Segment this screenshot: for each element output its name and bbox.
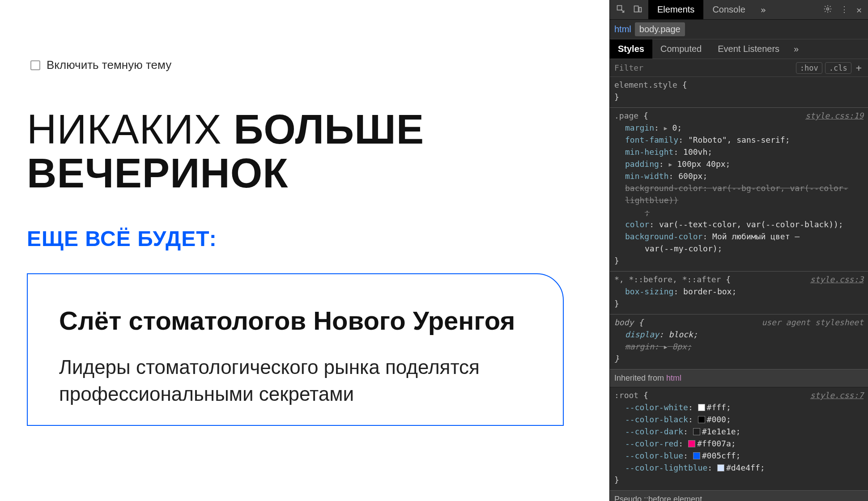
devtools-toolbar: Elements Console » ⋮ ✕ [610,0,868,20]
css-declaration[interactable]: background-color: Мой любимый цвет –var(… [625,230,864,255]
rule-element-style[interactable]: element.style { } [610,77,868,107]
rule-root[interactable]: :root { style.css:7 --color-white: #fff;… [610,387,868,490]
rendered-page: Включить темную тему НИКАКИХ БОЛЬШЕ ВЕЧЕ… [0,0,609,501]
crumb-body[interactable]: body.page [635,22,685,36]
new-style-rule-button[interactable]: + [851,62,864,73]
source-link[interactable]: style.css:7 [810,389,864,401]
source-link[interactable]: style.css:3 [810,273,864,285]
tab-elements[interactable]: Elements [648,0,703,19]
dom-breadcrumbs: html body.page [610,20,868,39]
subtab-styles[interactable]: Styles [610,39,652,59]
source-link[interactable]: style.css:19 [805,110,864,122]
css-custom-property[interactable]: --color-red: #ff007a; [625,437,864,450]
css-custom-property[interactable]: --color-white: #fff; [625,401,864,413]
css-declaration[interactable]: color: var(--text-color, var(--color-bla… [625,218,864,230]
card-body: Лидеры стоматологического рынка поделятс… [59,354,532,407]
tabs-overflow-icon[interactable]: » [754,4,772,15]
close-icon[interactable]: ✕ [856,4,862,15]
styles-pane[interactable]: element.style { } .page { style.css:19 m… [610,77,868,501]
css-custom-property[interactable]: --color-blue: #005cff; [625,450,864,462]
card-title: Слёт стоматологов Нового Уренгоя [59,306,532,336]
event-card: Слёт стоматологов Нового Уренгоя Лидеры … [27,273,564,426]
css-declaration[interactable]: font-family: "Roboto", sans-serif; [625,134,864,146]
device-toggle-icon[interactable] [633,4,642,15]
subtab-event-listeners[interactable]: Event Listeners [710,39,787,59]
kebab-menu-icon[interactable]: ⋮ [840,4,848,15]
dark-theme-checkbox[interactable] [30,60,40,70]
svg-rect-1 [634,6,638,12]
svg-rect-2 [639,7,641,12]
styles-filter-input[interactable]: Filter [614,63,793,72]
css-declaration[interactable]: padding: ▶ 100px 40px; [625,158,864,170]
styles-filter-row: Filter :hov .cls + [610,59,868,77]
css-declaration[interactable]: margin: ▶ 0; [625,122,864,134]
css-declaration[interactable]: min-height: 100vh; [625,146,864,158]
dark-theme-toggle[interactable]: Включить темную тему [30,58,583,72]
hov-toggle[interactable]: :hov [796,62,822,74]
rule-page[interactable]: .page { style.css:19 margin: ▶ 0;font-fa… [610,107,868,271]
subtab-computed[interactable]: Computed [652,39,710,59]
subtabs-overflow-icon[interactable]: » [787,44,805,54]
settings-icon[interactable] [823,4,832,15]
rule-box-sizing[interactable]: *, *::before, *::after { style.css:3 box… [610,271,868,314]
css-custom-property[interactable]: --color-lightblue: #d4e4ff; [625,462,864,474]
pseudo-before-section: Pseudo ::before element [610,490,868,501]
styles-subtabs: Styles Computed Event Listeners » [610,39,868,59]
css-custom-property[interactable]: --color-black: #000; [625,413,864,425]
cls-toggle[interactable]: .cls [825,62,851,74]
css-declaration[interactable]: background-color: var(--bg-color, var(--… [625,182,864,218]
ua-label: user agent stylesheet [762,316,864,328]
page-subheadline: ЕЩЕ ВСЁ БУДЕТ: [27,226,583,251]
devtools-panel: Elements Console » ⋮ ✕ html body.page St… [609,0,868,501]
rule-body-ua[interactable]: body { user agent stylesheet display: bl… [610,314,868,369]
inspect-icon[interactable] [616,4,625,15]
css-custom-property[interactable]: --color-dark: #1e1e1e; [625,425,864,437]
css-declaration[interactable]: min-width: 600px; [625,170,864,182]
crumb-html[interactable]: html [614,24,631,34]
svg-point-3 [826,8,829,10]
inherited-section: Inherited from html [610,369,868,387]
tab-console[interactable]: Console [703,0,754,19]
dark-theme-label: Включить темную тему [47,58,171,72]
page-headline: НИКАКИХ БОЛЬШЕ ВЕЧЕРИНОК [27,108,583,195]
